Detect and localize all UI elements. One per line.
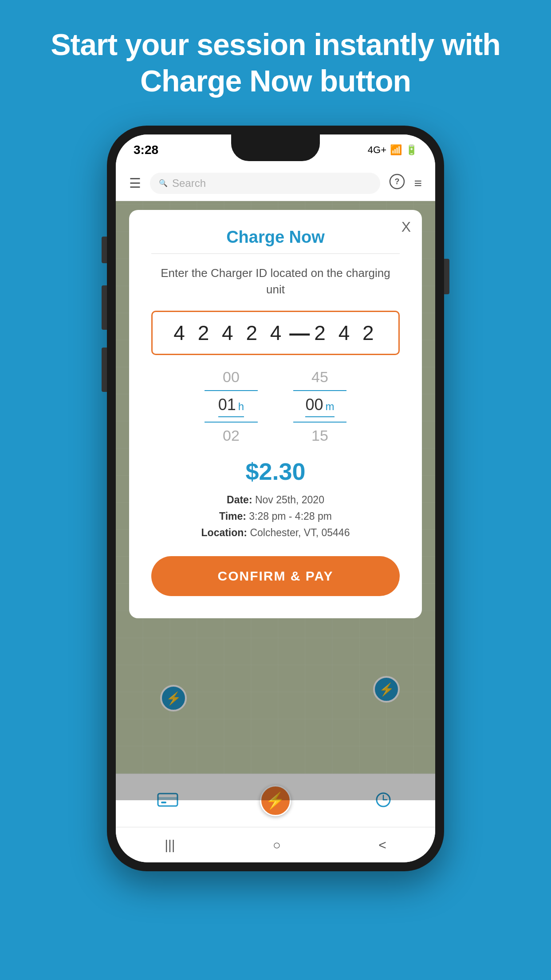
hours-column[interactable]: 00 01h 02 — [205, 368, 258, 444]
android-home-button[interactable]: ○ — [273, 838, 281, 853]
time-label: Time: — [219, 510, 246, 522]
modal-title: Charge Now — [151, 228, 400, 247]
status-icons: 4G+ 📶 🔋 — [368, 144, 417, 156]
charge-now-modal: X Charge Now Enter the Charger ID locate… — [129, 210, 422, 618]
modal-description: Enter the Charger ID located on the char… — [151, 265, 400, 297]
app-toolbar: ☰ 🔍 Search ? ≡ — [116, 166, 435, 201]
phone-frame: 3:28 4G+ 📶 🔋 ☰ 🔍 Search ? — [107, 126, 444, 871]
status-time: 3:28 — [134, 143, 158, 157]
confirm-pay-button[interactable]: CONFIRM & PAY — [151, 556, 400, 596]
android-nav-bar: ||| ○ < — [116, 827, 435, 862]
date-label: Date: — [227, 494, 252, 506]
time-value: 3:28 pm - 4:28 pm — [249, 510, 332, 522]
minutes-above: 45 — [311, 368, 328, 386]
phone-notch — [231, 134, 320, 161]
charger-id-part1: 4 2 4 2 4 — [173, 321, 285, 345]
android-back-button[interactable]: < — [378, 838, 386, 853]
location-label: Location: — [201, 527, 248, 538]
volume-down-button — [102, 285, 107, 330]
search-icon: 🔍 — [159, 179, 168, 187]
charger-id-input[interactable]: 4 2 4 2 4 — 2 4 2 — [151, 311, 400, 355]
modal-close-button[interactable]: X — [401, 219, 411, 235]
hours-below: 02 — [223, 427, 240, 444]
phone-screen: 3:28 4G+ 📶 🔋 ☰ 🔍 Search ? — [116, 134, 435, 862]
date-value: Nov 25th, 2020 — [255, 494, 324, 506]
session-info: Date: Nov 25th, 2020 Time: 3:28 pm - 4:2… — [151, 492, 400, 541]
help-icon[interactable]: ? — [389, 174, 405, 193]
charger-id-part2: 2 4 2 — [314, 321, 377, 345]
modal-overlay: X Charge Now Enter the Charger ID locate… — [116, 201, 435, 800]
minutes-below: 15 — [311, 427, 328, 444]
android-recent-button[interactable]: ||| — [165, 838, 175, 853]
wifi-icon: 📶 — [390, 144, 402, 156]
modal-divider — [151, 253, 400, 254]
time-picker: 00 01h 02 45 — [151, 368, 400, 444]
signal-icon: 4G+ — [368, 144, 386, 156]
hours-active: 01h — [218, 395, 244, 417]
minutes-active: 00m — [305, 395, 334, 417]
battery-icon: 🔋 — [405, 144, 417, 156]
minutes-column[interactable]: 45 00m 15 — [293, 368, 346, 444]
price-display: $2.30 — [151, 458, 400, 485]
charger-id-dash: — — [289, 321, 310, 345]
location-value: Colchester, VT, 05446 — [250, 527, 350, 538]
search-bar[interactable]: 🔍 Search — [150, 173, 380, 194]
power-button — [444, 259, 449, 294]
volume-up-button — [102, 237, 107, 263]
svg-rect-4 — [161, 802, 166, 803]
search-placeholder: Search — [172, 177, 206, 190]
menu-icon[interactable]: ☰ — [129, 175, 141, 191]
svg-text:?: ? — [395, 177, 400, 186]
camera-button — [102, 348, 107, 392]
filter-icon[interactable]: ≡ — [414, 176, 422, 191]
header-title: Start your session instantly with Charge… — [0, 27, 551, 99]
hours-above: 00 — [223, 368, 240, 386]
